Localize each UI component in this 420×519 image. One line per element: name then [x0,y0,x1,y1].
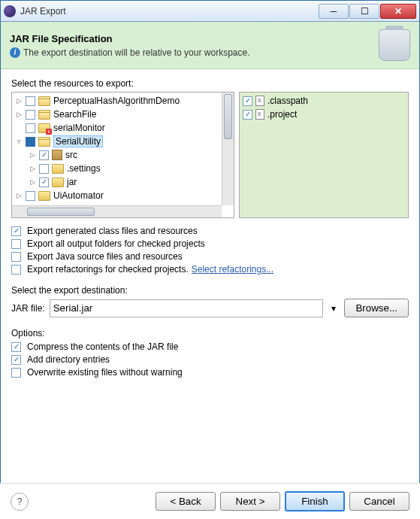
tree-item[interactable]: ▷jar [15,175,220,189]
titlebar: JAR Export ─ ☐ ✕ [1,1,419,22]
next-button[interactable]: Next > [220,492,280,511]
window-title: JAR Export [20,6,318,17]
expander-icon[interactable]: ▷ [29,165,37,173]
option-label: Export Java source files and resources [27,251,183,262]
export-option: Export all output folders for checked pr… [11,238,409,249]
file-item[interactable]: .project [243,108,405,121]
page-subtitle: The export destination will be relative … [23,47,249,58]
info-icon: i [10,47,20,58]
option-label: Export all output folders for checked pr… [27,238,205,249]
checkbox[interactable] [11,252,21,262]
file-option: Compress the contents of the JAR file [11,341,409,352]
option-label: Add directory entries [27,354,110,365]
help-button[interactable]: ? [11,493,29,511]
jarfile-input[interactable] [50,299,324,317]
folder-error-icon: x [38,123,50,133]
checkbox[interactable] [26,96,35,106]
minimize-button[interactable]: ─ [319,4,349,19]
file-label: .project [267,109,297,120]
option-label: Export generated class files and resourc… [27,226,198,236]
maximize-button[interactable]: ☐ [349,4,379,19]
tree-label: .settings [67,163,101,174]
checkbox[interactable] [243,110,252,120]
checkbox[interactable] [11,226,21,236]
export-option: Export refactorings for checked projects… [11,264,409,275]
file-tree[interactable]: .classpath.project [239,92,409,218]
tree-item[interactable]: ▷.settings [15,162,220,175]
tree-item[interactable]: xserialMonitor [15,121,220,135]
tree-item[interactable]: ▿SerialUtility [15,135,220,148]
checkbox[interactable] [39,178,49,187]
file-icon [255,96,264,106]
checkbox[interactable] [26,110,35,120]
expander-icon[interactable]: ▷ [15,111,23,119]
checkbox[interactable] [39,150,49,160]
jar-icon [379,29,410,61]
tree-label: jar [67,177,77,187]
page-title: JAR File Specification [10,33,379,44]
checkbox[interactable] [26,191,35,201]
finish-button[interactable]: Finish [285,491,345,511]
folder-icon [38,191,50,201]
tree-item[interactable]: ▷PerceptualHashAlgorithmDemo [15,94,220,108]
file-option: Overwrite existing files without warning [11,367,409,378]
checkbox[interactable] [11,239,21,249]
checkbox[interactable] [243,96,252,106]
checkbox[interactable] [39,164,49,174]
options-label: Options: [11,328,409,338]
checkbox[interactable] [26,137,35,147]
tree-item[interactable]: ▷SearchFile [15,108,220,121]
option-label: Compress the contents of the JAR file [27,341,178,352]
jarfile-label: JAR file: [11,303,45,314]
folder-open-icon [38,110,50,120]
cancel-button[interactable]: Cancel [349,492,409,511]
option-label: Overwrite existing files without warning [27,367,183,378]
wizard-header: JAR File Specification i The export dest… [1,22,419,69]
checkbox[interactable] [11,265,21,275]
jarfile-dropdown-icon[interactable]: ▾ [328,303,340,314]
expander-icon[interactable]: ▿ [15,138,23,146]
folder-icon [52,164,64,174]
expander-icon[interactable]: ▷ [29,178,37,187]
project-tree[interactable]: ▷PerceptualHashAlgorithmDemo▷SearchFilex… [11,92,234,218]
horizontal-scrollbar[interactable] [12,205,222,217]
tree-item[interactable]: ▷UiAutomator [15,189,220,202]
resources-label: Select the resources to export: [11,78,409,89]
tree-label: SearchFile [53,109,96,120]
vertical-scrollbar[interactable] [222,93,234,205]
folder-icon [52,178,64,187]
eclipse-icon [4,5,16,17]
export-option: Export generated class files and resourc… [11,226,409,236]
browse-button[interactable]: Browse... [344,299,409,317]
file-option: Add directory entries [11,354,409,365]
package-icon [52,150,62,160]
destination-label: Select the export destination: [11,285,409,296]
checkbox[interactable] [11,368,21,378]
checkbox[interactable] [11,355,21,365]
file-item[interactable]: .classpath [243,94,405,108]
tree-label: serialMonitor [53,123,105,133]
folder-open-icon [38,96,50,106]
expander-icon[interactable]: ▷ [29,151,37,159]
folder-open-icon [38,137,50,147]
close-button[interactable]: ✕ [380,4,416,19]
option-label: Export refactorings for checked projects… [27,264,189,275]
checkbox[interactable] [26,123,35,133]
back-button[interactable]: < Back [156,492,216,511]
tree-label: UiAutomator [53,190,104,201]
checkbox[interactable] [11,342,21,352]
tree-label: SerialUtility [53,135,103,147]
expander-icon[interactable]: ▷ [15,192,23,200]
export-option: Export Java source files and resources [11,251,409,262]
select-refactorings-link[interactable]: Select refactorings... [192,264,273,275]
expander-icon[interactable]: ▷ [15,97,23,105]
tree-label: src [65,150,77,160]
file-icon [255,109,264,120]
tree-label: PerceptualHashAlgorithmDemo [53,96,180,106]
tree-item[interactable]: ▷src [15,148,220,162]
button-bar: ? < Back Next > Finish Cancel [0,483,420,519]
file-label: .classpath [267,96,308,106]
